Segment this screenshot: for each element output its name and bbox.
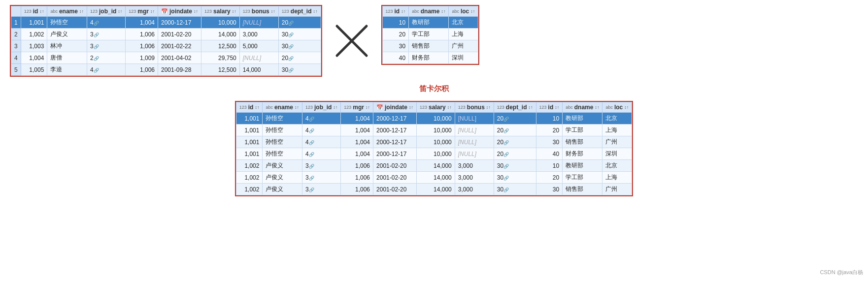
table-row[interactable]: 1,002卢俊义3🔗1,0062001-02-2014,0003,00030🔗2…	[236, 172, 632, 184]
column-header-mgr: 123mgr ↕↑	[126, 6, 158, 17]
section-title: 笛卡尔积	[10, 84, 858, 94]
sort-icon[interactable]: ↕↑	[447, 105, 452, 110]
table-row[interactable]: 10教研部北京	[382, 17, 478, 29]
column-header-joindate: 📅joindate ↕↑	[373, 102, 417, 113]
cell-loc: 深圳	[602, 148, 632, 160]
row-num-header	[11, 6, 21, 17]
table-row[interactable]: 30销售部广州	[382, 40, 478, 52]
table-row[interactable]: 1,002卢俊义3🔗1,0062001-02-2014,0003,00030🔗3…	[236, 184, 632, 195]
cell-id: 1,001	[236, 136, 263, 148]
link-icon: 🔗	[503, 164, 509, 169]
sort-icon[interactable]: ↕↑	[366, 105, 370, 110]
sort-icon[interactable]: ↕↑	[313, 9, 318, 14]
cell-bonus: [NULL]	[455, 148, 494, 160]
cell-mgr: 1,004	[126, 17, 158, 29]
cell-loc: 上海	[602, 125, 632, 136]
col-name-label: job_id	[99, 8, 116, 15]
column-header-ename: abcename ↕↑	[47, 6, 87, 17]
table-row[interactable]: 20学工部上海	[382, 29, 478, 40]
cross-join-symbol	[332, 24, 371, 58]
cell-loc: 广州	[602, 184, 632, 195]
sort-icon[interactable]: ↕↑	[555, 105, 559, 110]
sort-icon[interactable]: ↕↑	[409, 105, 413, 110]
sort-icon[interactable]: ↕↑	[118, 9, 122, 14]
sort-icon[interactable]: ↕↑	[150, 9, 155, 14]
cell-bonus: 3,000	[455, 160, 494, 172]
sort-icon[interactable]: ↕↑	[295, 105, 299, 110]
sort-icon[interactable]: ↕↑	[401, 9, 405, 14]
sort-icon[interactable]: ↕↑	[441, 9, 445, 14]
table-row[interactable]: 51,005李逵4🔗1,0062001-09-2812,50014,00030🔗	[11, 64, 321, 76]
link-icon: 🔗	[309, 140, 314, 145]
row-number: 1	[11, 17, 21, 29]
employee-table: 123id ↕↑abcename ↕↑123job_id ↕↑123mgr ↕↑…	[11, 6, 321, 76]
sort-icon[interactable]: ↕↑	[470, 9, 475, 14]
sort-icon[interactable]: ↕↑	[529, 105, 533, 110]
dept-table: 123id ↕↑abcdname ↕↑abcloc ↕↑ 10教研部北京20学工…	[382, 6, 479, 64]
sort-icon[interactable]: ↕↑	[79, 9, 84, 14]
table-row[interactable]: 1,001孙悟空4🔗1,0042000-12-1710,000[NULL]20🔗…	[236, 125, 632, 136]
cell-joindate: 2001-02-20	[373, 184, 417, 195]
col-type-badge: abc	[50, 9, 58, 14]
sort-icon[interactable]: ↕↑	[271, 9, 275, 14]
table-row[interactable]: 1,001孙悟空4🔗1,0042000-12-1710,000[NULL]20🔗…	[236, 113, 632, 125]
cell-bonus: 14,000	[239, 64, 278, 76]
column-header-bonus: 123bonus ↕↑	[455, 102, 494, 113]
row-number: 2	[11, 29, 21, 40]
cell-joindate: 2001-09-28	[158, 64, 201, 76]
table-row[interactable]: 1,001孙悟空4🔗1,0042000-12-1710,000[NULL]20🔗…	[236, 136, 632, 148]
cell-salary: 10,000	[201, 17, 240, 29]
col-name-label: job_id	[314, 104, 332, 111]
col-type-badge: 123	[344, 105, 351, 110]
table-row[interactable]: 40财务部深圳	[382, 52, 478, 64]
sort-icon[interactable]: ↕↑	[39, 9, 44, 14]
cell-d_id: 40	[536, 148, 563, 160]
col-type-badge: 123	[24, 9, 32, 14]
sort-icon[interactable]: ↕↑	[595, 105, 599, 110]
cell-loc: 北京	[602, 113, 632, 125]
cell-mgr: 1,004	[341, 113, 373, 125]
cell-id: 1,001	[236, 125, 263, 136]
cell-dname: 学工部	[563, 172, 602, 184]
x-icon	[334, 24, 369, 58]
table-row[interactable]: 1,001孙悟空4🔗1,0042000-12-1710,000[NULL]20🔗…	[236, 148, 632, 160]
cell-joindate: 2000-12-17	[373, 113, 417, 125]
sort-icon[interactable]: ↕↑	[255, 105, 259, 110]
column-header-job_id: 123job_id ↕↑	[302, 102, 340, 113]
col-name-label: dept_id	[506, 104, 527, 111]
link-icon: 🔗	[503, 128, 509, 133]
link-icon: 🔗	[309, 187, 314, 192]
right-table-wrapper: 123id ↕↑abcdname ↕↑abcloc ↕↑ 10教研部北京20学工…	[381, 5, 480, 65]
cell-d_id: 20	[536, 172, 563, 184]
sort-icon[interactable]: ↕↑	[624, 105, 629, 110]
cell-bonus: [NULL]	[455, 113, 494, 125]
row-number: 5	[11, 64, 21, 76]
bottom-table-wrapper: 123id ↕↑abcename ↕↑123job_id ↕↑123mgr ↕↑…	[235, 101, 634, 196]
col-name-label: dname	[574, 104, 594, 111]
table-row[interactable]: 21,002卢俊义3🔗1,0062001-02-2014,0003,00030🔗	[11, 29, 321, 40]
table-row[interactable]: 31,003林冲3🔗1,0062001-02-2212,5005,00030🔗	[11, 40, 321, 52]
link-icon: 🔗	[288, 21, 294, 26]
cell-joindate: 2001-02-20	[373, 160, 417, 172]
cell-d_id: 10	[536, 160, 563, 172]
page-container: 123id ↕↑abcename ↕↑123job_id ↕↑123mgr ↕↑…	[10, 5, 858, 196]
link-icon: 🔗	[94, 32, 99, 37]
table-row[interactable]: 1,002卢俊义3🔗1,0062001-02-2014,0003,00030🔗1…	[236, 160, 632, 172]
col-name-label: id	[395, 8, 400, 15]
cell-dname: 教研部	[563, 113, 602, 125]
table-row[interactable]: 11,001孙悟空4🔗1,0042000-12-1710,000[NULL]20…	[11, 17, 321, 29]
col-name-label: bonus	[252, 8, 269, 15]
cell-ename: 林冲	[47, 40, 87, 52]
cell-id: 1,005	[21, 64, 47, 76]
table-row[interactable]: 41,004唐僧2🔗1,0092001-04-0229,750[NULL]20🔗	[11, 52, 321, 64]
sort-icon[interactable]: ↕↑	[194, 9, 198, 14]
cell-salary: 14,000	[417, 172, 455, 184]
link-icon: 🔗	[309, 164, 314, 169]
sort-icon[interactable]: ↕↑	[232, 9, 236, 14]
sort-icon[interactable]: ↕↑	[333, 105, 337, 110]
col-name-label: salary	[429, 104, 446, 111]
cell-dname: 学工部	[563, 125, 602, 136]
cell-bonus: 3,000	[455, 172, 494, 184]
sort-icon[interactable]: ↕↑	[486, 105, 491, 110]
column-header-ename: abcename ↕↑	[263, 102, 302, 113]
